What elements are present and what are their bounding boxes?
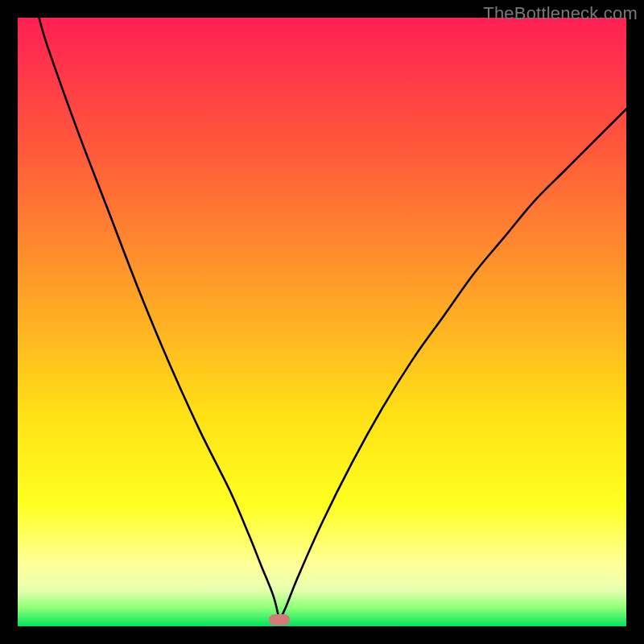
chart-container: TheBottleneck.com	[0, 0, 644, 644]
watermark-text: TheBottleneck.com	[483, 3, 638, 24]
plot-area	[18, 18, 626, 626]
bottleneck-curve	[18, 18, 626, 626]
minimum-marker	[269, 614, 290, 625]
